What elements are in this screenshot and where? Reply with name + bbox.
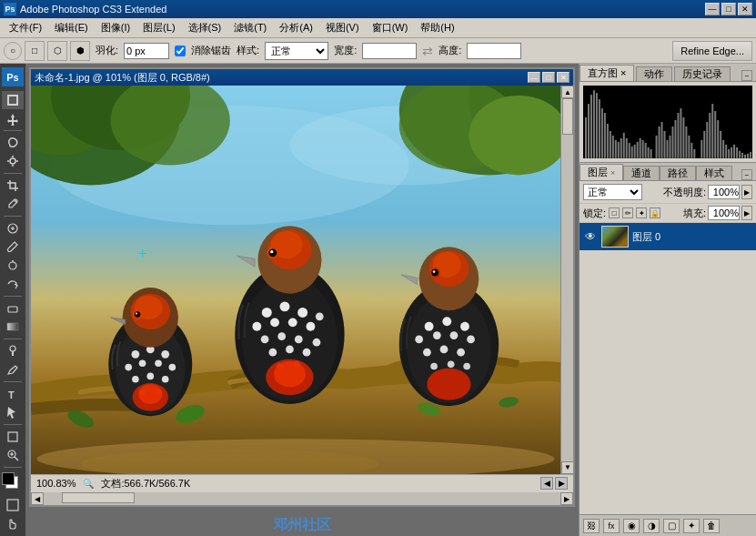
- color-boxes[interactable]: [2, 472, 24, 491]
- tool-brush[interactable]: [2, 238, 24, 257]
- tool-shape-btn-2[interactable]: □: [25, 41, 45, 61]
- fill-arrow-button[interactable]: ▶: [741, 206, 752, 220]
- opacity-input[interactable]: [708, 185, 740, 199]
- svg-point-52: [132, 376, 139, 383]
- svg-rect-17: [7, 323, 18, 330]
- tool-text[interactable]: T: [2, 385, 24, 403]
- menu-window[interactable]: 窗口(W): [367, 19, 414, 36]
- menu-filter[interactable]: 滤镜(T): [228, 19, 272, 36]
- tool-shape-btn-4[interactable]: ⬢: [70, 41, 90, 61]
- actions-tab[interactable]: 动作: [636, 66, 672, 81]
- nav-prev-button[interactable]: ◀: [540, 477, 553, 490]
- tool-clone[interactable]: [2, 257, 24, 275]
- svg-point-77: [295, 336, 303, 344]
- layers-panel-controls: −: [741, 169, 756, 180]
- menu-edit[interactable]: 编辑(E): [49, 19, 94, 36]
- canvas-vertical-scrollbar[interactable]: ▲ ▼: [560, 86, 573, 474]
- h-scroll-thumb[interactable]: [62, 492, 135, 503]
- tool-heal[interactable]: [2, 219, 24, 238]
- tool-hand[interactable]: [2, 515, 24, 533]
- scroll-down-button[interactable]: ▼: [561, 461, 573, 474]
- tool-eyedropper[interactable]: [2, 196, 24, 214]
- svg-rect-146: [661, 122, 663, 158]
- main-area: Ps: [0, 64, 756, 536]
- minimize-button[interactable]: —: [705, 3, 720, 15]
- maximize-button[interactable]: □: [721, 3, 736, 15]
- lock-paint-button[interactable]: ✏: [622, 207, 633, 218]
- canvas-container[interactable]: +: [31, 86, 560, 474]
- layer-visibility-button[interactable]: 👁: [583, 229, 598, 244]
- channels-tab[interactable]: 通道: [623, 166, 660, 180]
- opacity-arrow-button[interactable]: ▶: [741, 185, 752, 199]
- delete-layer-button[interactable]: 🗑: [703, 519, 720, 533]
- scroll-left-button[interactable]: ◀: [31, 492, 44, 505]
- tool-history-brush[interactable]: [2, 276, 24, 294]
- blend-mode-select[interactable]: 正常 溶解 变暗 正片叠底: [583, 184, 642, 200]
- styles-tab[interactable]: 样式: [696, 166, 732, 180]
- menu-analysis[interactable]: 分析(A): [274, 19, 318, 36]
- tool-shape-btn-1[interactable]: ○: [4, 42, 22, 60]
- tool-shape-btn-3[interactable]: ⬡: [47, 41, 67, 61]
- new-layer-button[interactable]: ✦: [683, 519, 700, 533]
- link-layers-button[interactable]: ⛓: [583, 519, 600, 533]
- svg-rect-170: [731, 147, 732, 158]
- foreground-color[interactable]: [2, 472, 15, 485]
- lock-all-button[interactable]: 🔒: [650, 207, 660, 218]
- scroll-thumb[interactable]: [562, 98, 573, 135]
- tool-crop[interactable]: [2, 177, 24, 195]
- height-input[interactable]: [467, 43, 521, 59]
- svg-rect-119: [585, 117, 587, 158]
- menu-file[interactable]: 文件(F): [4, 19, 47, 36]
- h-scroll-track[interactable]: [44, 492, 560, 505]
- tool-gradient[interactable]: [2, 319, 24, 337]
- scroll-right-button[interactable]: ▶: [560, 492, 573, 505]
- histogram-collapse-button[interactable]: −: [741, 70, 752, 81]
- tool-shape[interactable]: [2, 428, 24, 446]
- tool-lasso[interactable]: [2, 134, 24, 152]
- doc-minimize-button[interactable]: —: [528, 72, 540, 83]
- menu-select[interactable]: 选择(S): [183, 19, 227, 36]
- scroll-track[interactable]: [561, 98, 573, 461]
- fill-input[interactable]: [708, 206, 740, 220]
- tool-zoom[interactable]: [2, 446, 24, 464]
- lock-move-button[interactable]: ✦: [636, 207, 647, 218]
- canvas-horizontal-scrollbar[interactable]: ◀ ▶: [31, 492, 573, 505]
- doc-maximize-button[interactable]: □: [542, 72, 555, 83]
- new-adjustment-button[interactable]: ◑: [643, 519, 660, 533]
- tool-screen-mode[interactable]: [2, 496, 24, 514]
- add-mask-button[interactable]: ◉: [623, 519, 640, 533]
- nav-next-button[interactable]: ▶: [555, 477, 568, 490]
- menu-help[interactable]: 帮助(H): [415, 19, 459, 36]
- layer-row[interactable]: 👁 图层 0: [580, 223, 756, 250]
- tool-dodge[interactable]: [2, 342, 24, 360]
- layers-tab[interactable]: 图层 ×: [580, 164, 623, 180]
- tool-selection[interactable]: [2, 91, 24, 109]
- layers-collapse-button[interactable]: −: [741, 169, 752, 180]
- tool-eraser[interactable]: [2, 299, 24, 318]
- menu-image[interactable]: 图像(I): [96, 19, 136, 36]
- scroll-up-button[interactable]: ▲: [561, 86, 573, 98]
- history-tab[interactable]: 历史记录: [674, 66, 731, 81]
- lock-transparency-button[interactable]: □: [609, 207, 620, 218]
- tool-magic-wand[interactable]: [2, 153, 24, 171]
- add-style-button[interactable]: fx: [603, 519, 620, 533]
- tool-move[interactable]: [2, 110, 24, 128]
- refine-edge-button[interactable]: Refine Edge...: [672, 41, 752, 61]
- width-input[interactable]: [362, 43, 417, 59]
- antialiasing-checkbox[interactable]: [175, 46, 186, 56]
- doc-close-button[interactable]: ✕: [557, 72, 570, 83]
- style-select[interactable]: 正常 固定比例 固定大小: [265, 42, 328, 60]
- svg-rect-132: [620, 138, 622, 158]
- feather-input[interactable]: [124, 43, 169, 59]
- svg-point-102: [423, 349, 431, 357]
- tool-path-select[interactable]: [2, 403, 24, 421]
- antialiasing-label: 消除锯齿: [191, 44, 231, 57]
- paths-tab[interactable]: 路径: [660, 166, 696, 180]
- new-group-button[interactable]: ▢: [663, 519, 680, 533]
- svg-rect-155: [685, 126, 687, 158]
- tool-pen[interactable]: [2, 360, 24, 379]
- histogram-tab[interactable]: 直方图 ×: [580, 65, 634, 81]
- menu-layer[interactable]: 图层(L): [137, 19, 180, 36]
- close-button[interactable]: ✕: [738, 3, 752, 15]
- menu-view[interactable]: 视图(V): [320, 19, 365, 36]
